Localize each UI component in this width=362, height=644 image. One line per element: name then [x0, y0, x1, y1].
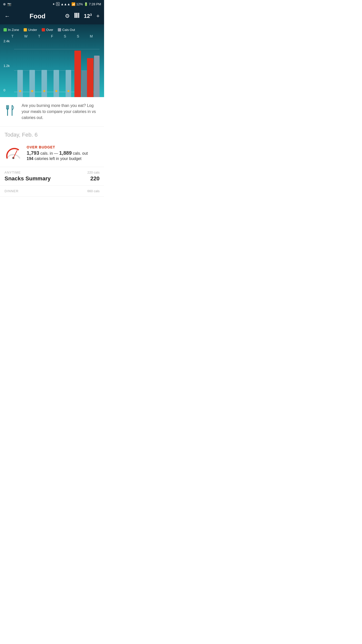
- chart-section: In Zone Under Over Cals Out T W T F S S …: [0, 24, 104, 97]
- date-section: Today, Feb. 6: [0, 127, 104, 141]
- meal-anytime-name-row: Snacks Summary 220: [5, 175, 100, 182]
- bar-s2-out: [81, 71, 87, 97]
- chart-legend: In Zone Under Over Cals Out: [4, 28, 101, 32]
- page-title: Food: [29, 12, 46, 20]
- count-badge: 123: [84, 13, 92, 19]
- header-actions: ⚙ 123 +: [65, 13, 100, 19]
- legend-in-zone: In Zone: [4, 28, 19, 32]
- bar-s2-cals: [74, 51, 81, 97]
- add-button[interactable]: +: [96, 13, 100, 19]
- bar-group-s1: [62, 70, 74, 97]
- remaining-desc: calories left in your budget: [34, 156, 81, 161]
- battery-text: 12%: [76, 2, 83, 6]
- in-zone-label: In Zone: [8, 28, 19, 32]
- camera-icon: 📷: [7, 2, 11, 6]
- under-label: Under: [28, 28, 37, 32]
- status-bar: ⊕ 📷 ✦ N ▲▲▲ 📶 12% 🔋 7:28 PM: [0, 0, 104, 8]
- dot-t2: [43, 90, 45, 92]
- meal-dinner-label-row: DINNER 660 cals: [5, 189, 100, 193]
- bar-group-t1: [14, 70, 26, 97]
- legend-cals-out: Cals Out: [58, 28, 75, 32]
- anytime-category: ANYTIME: [5, 171, 21, 174]
- bar-group-f: [50, 70, 62, 97]
- wifi-icon: 📶: [71, 2, 75, 6]
- bluetooth-icon: ✦: [52, 2, 55, 6]
- header: ← Food ⚙ 123 +: [0, 8, 104, 24]
- anytime-meal-name: Snacks Summary: [5, 175, 51, 182]
- status-right-info: ✦ N ▲▲▲ 📶 12% 🔋 7:28 PM: [52, 2, 101, 6]
- day-t2: T: [38, 34, 40, 38]
- day-s1: S: [64, 34, 66, 38]
- dinner-cals-label: 660 cals: [87, 189, 100, 193]
- bar-chart: 2.4k 1.2k 0: [4, 39, 101, 97]
- day-f: F: [51, 34, 53, 38]
- gauge-widget: [5, 144, 22, 162]
- cals-in-label: cals. in —: [40, 151, 59, 155]
- status-left-icons: ⊕ 📷: [3, 2, 11, 6]
- cals-out-dot: [58, 28, 61, 31]
- back-button[interactable]: ←: [5, 13, 10, 20]
- bar-group-w: [26, 70, 38, 97]
- cals-in-value: 1,793: [27, 150, 39, 156]
- dot-f: [55, 90, 57, 92]
- meal-row-dinner[interactable]: DINNER 660 cals: [0, 186, 104, 197]
- day-t1: T: [11, 34, 14, 38]
- cals-out-label: Cals Out: [62, 28, 75, 32]
- gauge-svg: [5, 144, 22, 162]
- info-banner: Are you burning more than you eat? Log y…: [0, 97, 104, 127]
- signal-icon: ▲▲▲: [61, 2, 70, 6]
- under-dot: [24, 28, 27, 31]
- over-dot: [42, 28, 45, 31]
- date-label: Today, Feb. 6: [5, 132, 38, 138]
- battery-icon: 🔋: [84, 2, 88, 6]
- fork-knife-icon: [5, 104, 17, 119]
- info-text: Are you burning more than you eat? Log y…: [22, 103, 100, 121]
- add-icon: ⊕: [3, 2, 6, 6]
- bar-w: [29, 70, 35, 97]
- over-budget-label: OVER BUDGET: [27, 145, 100, 149]
- day-m: M: [90, 34, 93, 38]
- bar-t1: [17, 70, 23, 97]
- bar-group-s2: [74, 51, 87, 97]
- dot-t1: [19, 90, 21, 92]
- meal-row-anytime[interactable]: ANYTIME 220 cals Snacks Summary 220: [0, 167, 104, 186]
- bars-area: [5, 39, 100, 97]
- anytime-cals-label: 220 cals: [87, 171, 100, 174]
- dot-s1: [67, 90, 69, 92]
- cals-out-label: cals. out: [73, 151, 88, 155]
- bar-s1: [66, 70, 71, 97]
- over-label: Over: [46, 28, 53, 32]
- meal-anytime-label-row: ANYTIME 220 cals: [5, 171, 100, 174]
- settings-button[interactable]: ⚙: [65, 13, 70, 19]
- bar-group-m: [87, 56, 100, 97]
- day-labels: T W T F S S M: [4, 34, 101, 38]
- dot-w: [31, 90, 33, 92]
- day-w: W: [24, 34, 27, 38]
- day-s2: S: [77, 34, 79, 38]
- remaining-value: 194: [27, 156, 33, 161]
- grid-line-top: [14, 49, 100, 49]
- bar-m-cals: [87, 58, 94, 97]
- legend-over: Over: [42, 28, 53, 32]
- dinner-category: DINNER: [5, 189, 19, 193]
- bar-f: [54, 70, 59, 97]
- bar-m-out: [94, 56, 100, 97]
- budget-info: OVER BUDGET 1,793 cals. in — 1,889 cals.…: [27, 145, 100, 161]
- bar-t2: [41, 70, 47, 97]
- budget-section: OVER BUDGET 1,793 cals. in — 1,889 cals.…: [0, 141, 104, 167]
- barcode-button[interactable]: [74, 13, 79, 19]
- budget-remaining: 194 calories left in your budget: [27, 156, 100, 161]
- clock: 7:28 PM: [89, 2, 101, 6]
- cals-in-out: 1,793 cals. in — 1,889 cals. out: [27, 150, 100, 156]
- bar-group-t2: [38, 70, 50, 97]
- nfc-icon: N: [56, 2, 60, 6]
- legend-under: Under: [24, 28, 37, 32]
- in-zone-dot: [4, 28, 7, 31]
- cals-out-value: 1,889: [59, 150, 72, 156]
- anytime-meal-cals: 220: [90, 175, 100, 182]
